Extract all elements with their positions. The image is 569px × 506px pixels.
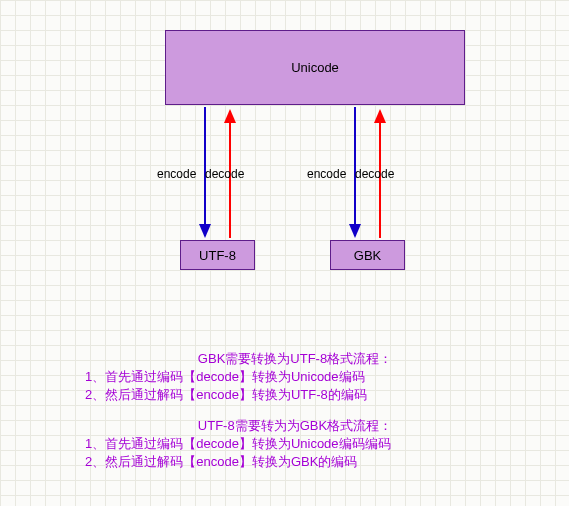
gbk-box: GBK — [330, 240, 405, 270]
notes-line-1-1: 1、首先通过编码【decode】转换为Unicode编码 — [85, 368, 505, 386]
notes-line-2-1: 1、首先通过编码【decode】转换为Unicode编码编码 — [85, 435, 505, 453]
notes-line-2-2: 2、然后通过解码【encode】转换为GBK的编码 — [85, 453, 505, 471]
utf8-label: UTF-8 — [199, 248, 236, 263]
unicode-label: Unicode — [291, 60, 339, 75]
decode-label-left: decode — [205, 167, 244, 181]
notes-title-2: UTF-8需要转为为GBK格式流程： — [85, 417, 505, 435]
unicode-box: Unicode — [165, 30, 465, 105]
notes-line-1-2: 2、然后通过解码【encode】转换为UTF-8的编码 — [85, 386, 505, 404]
gbk-label: GBK — [354, 248, 381, 263]
encode-label-right: encode — [307, 167, 346, 181]
notes-title-1: GBK需要转换为UTF-8格式流程： — [85, 350, 505, 368]
encode-label-left: encode — [157, 167, 196, 181]
notes-block: GBK需要转换为UTF-8格式流程： 1、首先通过编码【decode】转换为Un… — [85, 350, 505, 471]
decode-label-right: decode — [355, 167, 394, 181]
utf8-box: UTF-8 — [180, 240, 255, 270]
